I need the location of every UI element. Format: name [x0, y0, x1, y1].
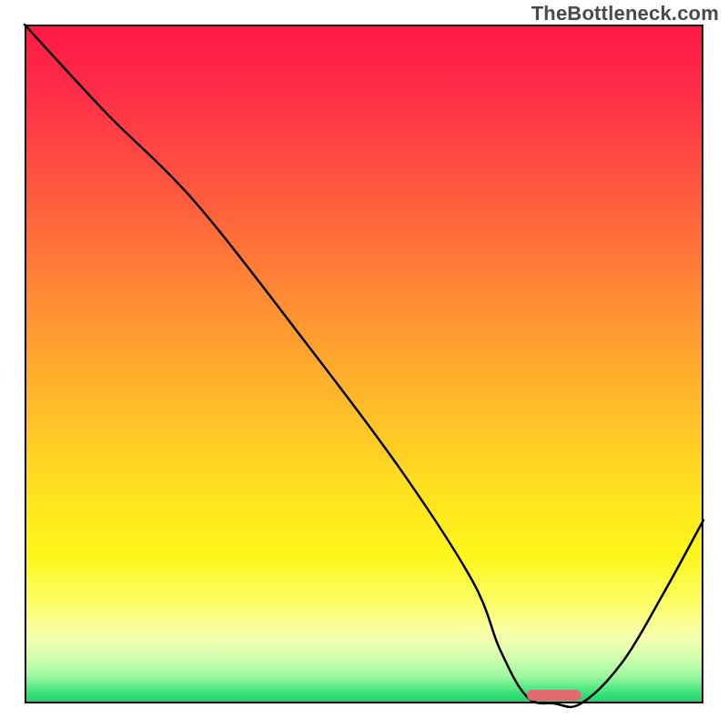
- curve-svg: [25, 25, 703, 703]
- bottleneck-chart: TheBottleneck.com: [0, 0, 728, 728]
- plot-area: [25, 25, 703, 703]
- watermark-text: TheBottleneck.com: [531, 2, 719, 25]
- optimal-marker: [527, 690, 581, 701]
- bottleneck-curve-path: [25, 25, 703, 707]
